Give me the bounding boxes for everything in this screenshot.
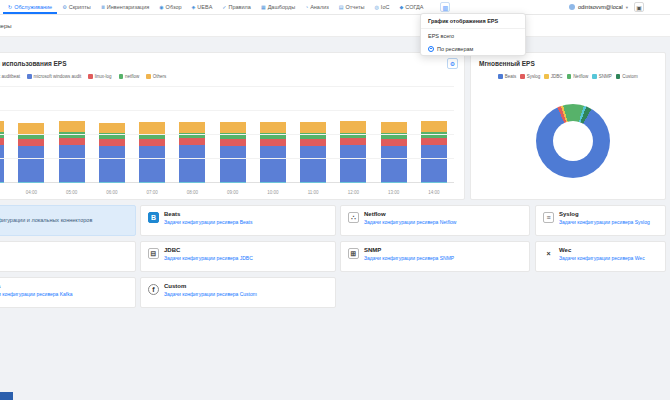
usage-chart-legend: elastic auditbeatmicrosoft windows audit… [0, 74, 166, 79]
stacked-bar [18, 123, 44, 183]
legend-swatch [616, 74, 621, 79]
receiver-config-link[interactable]: Задачи конфигурации ресивера JDBC [164, 255, 329, 261]
gridline [0, 134, 454, 135]
legend-item[interactable]: Beats [498, 74, 516, 79]
legend-item[interactable]: Others [146, 74, 166, 79]
eps-usage-chart-title: История использования EPS [0, 60, 66, 67]
bar-segment [381, 146, 407, 183]
legend-swatch [119, 74, 124, 79]
bar-segment [421, 121, 447, 132]
bar-segment [99, 182, 125, 183]
nav-item-ioc[interactable]: ◎IoC [369, 0, 394, 14]
receiver-config-link[interactable]: Задачи конфигурации ресивера Beats [164, 219, 329, 225]
nav-item-maintenance[interactable]: ↻Обслуживание [3, 0, 57, 14]
nav-item-sogda[interactable]: ◆СОГДА [394, 0, 428, 14]
bar-slot [172, 89, 212, 183]
receiver-card-netflow: ∴NetflowЗадачи конфигурации ресивера Net… [340, 205, 530, 236]
legend-item[interactable]: Netflow [567, 74, 589, 79]
legend-swatch [592, 74, 597, 79]
stacked-bar [421, 121, 447, 183]
receiver-config-link[interactable]: Задачи конфигурации ресивера Syslog [559, 219, 659, 225]
bar-segment [260, 182, 286, 183]
legend-label: Netflow [573, 74, 588, 79]
receiver-config-link[interactable]: Задачи конфигурации ресивера Custom [164, 291, 329, 297]
nav-item-scripts[interactable]: ⚙Скрипты [57, 0, 95, 14]
nav-item-dashboards[interactable]: ▦Дашборды [256, 0, 300, 14]
bar-segment [179, 138, 205, 145]
nav-item-ueba[interactable]: ◈UEBA [187, 0, 218, 14]
legend-swatch [567, 74, 572, 79]
analysis-icon: ◔ [305, 4, 308, 10]
receiver-card-syslog: ≡SyslogЗадачи конфигурации ресивера Sysl… [535, 205, 666, 236]
nav-item-analysis[interactable]: ◔Анализ [300, 0, 334, 14]
stacked-bar [59, 121, 85, 183]
gridline [0, 110, 454, 111]
radio-selected-icon [428, 46, 434, 52]
receiver-card-local-connectors[interactable]: Задачи конфигурации и локальных коннекто… [0, 205, 136, 236]
inventory-icon: ≣ [101, 4, 105, 10]
nav-item-label: Дашборды [268, 4, 296, 10]
nav-item-reports[interactable]: ▤Отчеты [334, 0, 370, 14]
legend-item[interactable]: linux-log [88, 74, 111, 79]
tab-receivers[interactable]: Ресиверы [0, 23, 12, 29]
bar-segment [139, 146, 165, 182]
legend-item[interactable]: Custom [616, 74, 638, 79]
eps-display-dropdown: График отображения EPS EPS всегоПо ресив… [420, 13, 526, 56]
bar-segment [0, 182, 4, 183]
top-nav-items: ↻Обслуживание⚙Скрипты≣Инвентаризация◉Обз… [3, 0, 428, 14]
dropdown-option-eps-by-receivers[interactable]: По ресиверам [421, 42, 525, 55]
legend-item[interactable]: SNMP [592, 74, 612, 79]
bar-slot [374, 89, 414, 183]
nav-item-rules[interactable]: ✓Правила [217, 0, 256, 14]
bar-slot [253, 89, 293, 183]
bar-segment [260, 122, 286, 133]
legend-item[interactable]: netflow [119, 74, 140, 79]
bar-slot [333, 89, 373, 183]
gridline [0, 158, 454, 159]
stacked-bar [99, 123, 125, 184]
stacked-bar [300, 122, 326, 183]
bar-slot [414, 89, 454, 183]
receiver-card-title: JDBC [164, 247, 329, 253]
x-tick-label: 04:00 [11, 190, 51, 195]
nav-item-overview[interactable]: ◉Обзор [154, 0, 186, 14]
legend-label: Custom [622, 74, 638, 79]
legend-label: Beats [505, 74, 517, 79]
receiver-card-title: Beats [164, 211, 329, 217]
stacked-bar [260, 122, 286, 183]
stacked-bar [179, 122, 205, 183]
snmp-icon: ⊞ [348, 248, 359, 259]
stacked-bar [139, 122, 165, 183]
stacked-bar [381, 122, 407, 183]
nav-item-inventory[interactable]: ≣Инвентаризация [96, 0, 155, 14]
bar-segment [99, 146, 125, 183]
bar-segment [381, 122, 407, 133]
receiver-card-jdbc: ⊟JDBCЗадачи конфигурации ресивера JDBC [140, 241, 336, 272]
legend-swatch [146, 74, 151, 79]
bar-segment [300, 139, 326, 146]
receiver-config-link[interactable]: Задачи конфигурации ресивера SNMP [364, 255, 523, 261]
bar-segment [220, 146, 246, 182]
legend-item[interactable]: Syslog [520, 74, 540, 79]
receiver-card-cut-left [0, 241, 136, 272]
legend-item[interactable]: elastic auditbeat [0, 74, 20, 79]
dropdown-option-eps-total[interactable]: EPS всего [421, 29, 525, 42]
legend-item[interactable]: JDBC [544, 74, 562, 79]
bar-slot [52, 89, 92, 183]
user-menu[interactable]: odintsovvm@local ▾ [569, 0, 628, 14]
chevron-down-icon: ▾ [626, 5, 628, 10]
receiver-config-link[interactable]: Задачи конфигурации ресивера Netflow [364, 219, 523, 225]
app-panel-icon[interactable]: ▣ [634, 2, 644, 12]
bar-segment [18, 123, 44, 134]
nav-item-label: Анализ [310, 4, 329, 10]
receiver-config-link[interactable]: Задачи конфигурации ресивера Wec [559, 255, 659, 261]
maintenance-icon: ↻ [8, 4, 12, 10]
bar-slot [213, 89, 253, 183]
receiver-card-wec: ×WecЗадачи конфигурации ресивера Wec [535, 241, 666, 272]
legend-item[interactable]: microsoft windows audit [27, 74, 81, 79]
legend-swatch [498, 74, 503, 79]
eps-display-settings-icon[interactable]: ▥ [440, 2, 450, 12]
receiver-config-link[interactable]: Задачи конфигурации ресивера Kafka [0, 291, 129, 297]
legend-label: netflow [125, 74, 139, 79]
chart-settings-gear-icon[interactable]: ⚙ [447, 58, 458, 69]
